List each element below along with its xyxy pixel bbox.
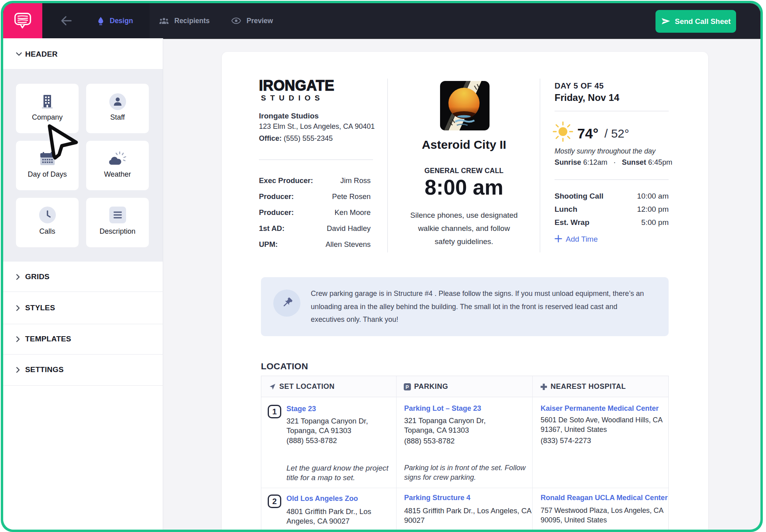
svg-text:P: P — [406, 384, 409, 390]
